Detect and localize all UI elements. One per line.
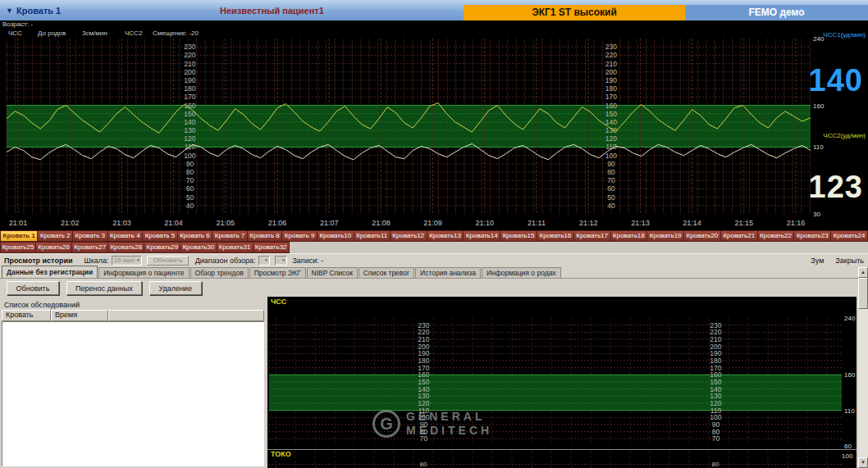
bed-tab[interactable]: Кровать16 [537,230,574,242]
scrollbar-thumb[interactable] [858,278,868,309]
svg-text:160: 160 [605,102,617,110]
history-content: ОбновитьПеренос данныхУдаление Список об… [0,279,868,468]
action-buttons: ОбновитьПеренос данныхУдаление [7,281,202,295]
history-tab[interactable]: Просмотр ЭКГ [249,267,306,278]
bed-tab[interactable]: Кровать 2 [38,230,73,242]
svg-text:210: 210 [605,60,617,68]
bed-dropdown-caret-icon[interactable]: ▼ [6,7,13,15]
bed-tabs-filler [290,242,868,253]
range-to-select[interactable]: - ▾ [275,256,287,266]
svg-text:120: 120 [605,134,617,143]
bed-tab[interactable]: Кровать24 [831,230,868,242]
bed-tab[interactable]: Кровать15 [500,230,537,242]
history-hr-label: ЧСС [271,298,286,306]
action-button[interactable]: Перенос данных [66,281,142,295]
bed-tab[interactable]: Кровать26 [36,242,72,253]
bed-tab[interactable]: Кровать 4 [108,230,144,242]
svg-text:21:11: 21:11 [528,219,546,227]
svg-text:180: 180 [605,84,617,93]
exam-list-body[interactable] [2,321,264,466]
history-tab[interactable]: Информация о пациенте [98,267,189,278]
history-tab[interactable]: Обзор трендов [190,267,249,278]
bed-tab[interactable]: Кровать17 [574,230,611,242]
bed-tab[interactable]: Кровать23 [794,230,831,242]
svg-text:21:07: 21:07 [320,219,339,227]
bed-tab[interactable]: Кровать32 [254,242,290,253]
scroll-down-icon[interactable]: ▼ [858,457,868,468]
select-caret-icon: ▾ [264,257,267,264]
bed-tab[interactable]: Кровать 9 [282,230,318,242]
bed-tab[interactable]: Кровать13 [427,230,464,242]
history-tab[interactable]: Список тревог [359,267,414,278]
bed-tab[interactable]: Кровать18 [611,230,648,242]
hr1-value: 140 [809,63,863,98]
svg-text:140: 140 [184,118,195,126]
range-from-select[interactable]: - ▾ [258,256,271,266]
svg-text:190: 190 [605,76,617,84]
svg-text:21:09: 21:09 [423,219,442,227]
titlebar: ▼ Кровать 1 Неизвестный пациент1 ЭКГ1 ST… [0,0,868,20]
patient-age-bar: Возраст: - [0,20,868,29]
close-button[interactable]: Закрыть [835,257,864,265]
scale-select[interactable]: 15 мин ▾ [112,256,143,266]
bed-tab[interactable]: Кровать28 [108,242,144,253]
svg-text:160: 160 [844,371,856,379]
svg-text:21:16: 21:16 [787,219,806,227]
bed-tab[interactable]: Кровать31 [217,242,254,253]
history-tab[interactable]: Данные без регистрации [2,266,98,278]
bed-tab[interactable]: Кровать12 [391,230,427,242]
svg-text:40: 40 [186,202,194,210]
svg-text:200: 200 [184,68,195,76]
bed-tab[interactable]: Кровать29 [144,242,180,253]
toko-max-tick: 100 [842,452,852,460]
action-button[interactable]: Обновить [7,281,59,295]
svg-text:21:06: 21:06 [268,219,287,227]
column-header-bed[interactable]: Кровать [2,310,51,321]
bed-tab[interactable]: Кровать19 [647,230,684,242]
bed-tab[interactable]: Кровать25 [0,242,36,253]
svg-text:21:14: 21:14 [683,219,701,227]
svg-text:50: 50 [607,193,615,202]
bed-tab[interactable]: Кровать14 [464,230,500,242]
bed-tab[interactable]: Кровать 7 [212,230,248,242]
bed-tab[interactable]: Кровать 5 [143,230,178,242]
titlebar-patient-label: Неизвестный пациент1 [220,6,324,16]
trend-header-hr: ЧСС [8,30,22,37]
svg-text:70: 70 [607,176,615,184]
trend-header-speed: 3см/мин [82,30,107,37]
history-trend-chart[interactable]: 2302202102001901801701601501401301201101… [267,297,857,468]
column-header-filler [108,310,264,321]
alarm-banner[interactable]: ЭКГ1 ST высокий [464,5,685,20]
bed-tab[interactable]: Кровать10 [318,230,354,242]
svg-text:21:04: 21:04 [164,219,183,227]
bed-tab[interactable]: Кровать20 [684,230,721,242]
bed-tab[interactable]: Кровать30 [180,242,217,253]
bed-tab[interactable]: Кровать 8 [248,230,283,242]
bed-tab[interactable]: Кровать 3 [73,230,108,242]
scroll-up-icon[interactable]: ▲ [858,267,868,278]
bed-tab[interactable]: Кровать27 [72,242,108,253]
svg-text:70: 70 [186,176,194,184]
bed-tab[interactable]: Кровать22 [758,230,795,242]
bed-tab[interactable]: Кровать11 [354,230,391,242]
bed-tab[interactable]: Кровать 1 [0,230,38,242]
svg-text:90: 90 [186,160,194,168]
action-button[interactable]: Удаление [149,281,202,295]
column-header-time[interactable]: Время [51,310,108,321]
vertical-scrollbar[interactable]: ▲ ▼ [858,267,868,468]
history-tab[interactable]: История анализа [415,267,481,278]
history-title: Просмотр истории [4,257,72,265]
records-label: Записи: - [292,257,323,265]
svg-text:60: 60 [607,184,615,193]
history-tab[interactable]: Информация о родах [482,267,561,278]
vendor-watermark: G GENERAL MEDITECH [372,410,492,438]
toolbar-refresh-button[interactable]: Обновить [147,256,188,266]
bed-tab[interactable]: Кровать 6 [178,230,213,242]
zoom-button[interactable]: Зум [811,257,824,265]
svg-text:200: 200 [605,68,617,76]
history-tab[interactable]: NIBP Список [307,267,358,278]
bed-tab[interactable]: Кровать21 [721,230,758,242]
svg-text:230: 230 [605,43,617,51]
titlebar-bed-label[interactable]: Кровать 1 [16,6,61,16]
hr2-value: 123 [809,170,863,205]
